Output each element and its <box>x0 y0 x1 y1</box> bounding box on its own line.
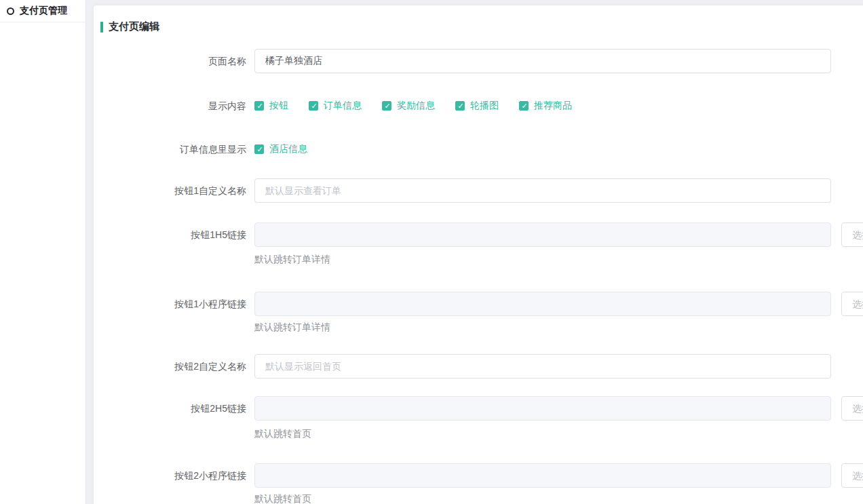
sidebar-item-payment-page-management[interactable]: 支付页管理 <box>0 0 85 22</box>
checked-checkbox-icon <box>254 101 264 111</box>
form-row-button1-miniprogram-link: 按钮1小程序链接 <box>94 292 831 316</box>
button1-custom-name-input[interactable] <box>254 178 831 203</box>
form-row-button2-miniprogram-link: 按钮2小程序链接 <box>94 463 831 488</box>
form-row-display-content: 显示内容 按钮 订单信息 奖励信息 轮播图 <box>94 100 592 112</box>
form-row-button1-custom-name: 按钮1自定义名称 <box>94 178 831 203</box>
checkbox-label: 订单信息 <box>324 100 362 112</box>
field-label: 订单信息里显示 <box>94 143 246 155</box>
button2-h5-link-helper-text: 默认跳转首页 <box>254 428 311 440</box>
field-label: 页面名称 <box>94 49 246 73</box>
checkbox-carousel[interactable]: 轮播图 <box>455 100 499 112</box>
payment-page-edit-card: 支付页编辑 页面名称 显示内容 按钮 订单信息 <box>94 5 863 504</box>
field-label: 按钮1H5链接 <box>94 222 246 247</box>
order-info-checkbox-group: 酒店信息 <box>254 143 328 155</box>
button1-miniprogram-link-input[interactable] <box>254 292 831 316</box>
circle-icon <box>7 7 14 15</box>
button1-miniprogram-link-helper-text: 默认跳转订单详情 <box>254 322 330 334</box>
checkbox-label: 轮播图 <box>470 100 499 112</box>
form-row-button2-h5-link: 按钮2H5链接 <box>94 396 831 421</box>
field-label: 按钮2H5链接 <box>94 396 246 421</box>
form-row-button1-h5-link: 按钮1H5链接 <box>94 222 831 247</box>
checked-checkbox-icon <box>309 101 318 111</box>
button2-h5-link-select-button[interactable]: 选择 <box>841 396 863 421</box>
page-name-input[interactable] <box>254 49 831 73</box>
button2-custom-name-input[interactable] <box>254 354 831 379</box>
checkbox-label: 推荐商品 <box>534 100 572 112</box>
checked-checkbox-icon <box>519 101 529 111</box>
checkbox-label: 酒店信息 <box>269 143 307 155</box>
button2-miniprogram-link-helper-text: 默认跳转首页 <box>254 493 311 504</box>
checkbox-hotel-info[interactable]: 酒店信息 <box>254 143 307 155</box>
section-title: 支付页编辑 <box>109 20 159 33</box>
checkbox-recommended-products[interactable]: 推荐商品 <box>519 100 572 112</box>
field-label: 按钮1自定义名称 <box>94 178 246 203</box>
app-viewport: 支付页管理 支付页编辑 页面名称 显示内容 按钮 <box>0 0 863 504</box>
checked-checkbox-icon <box>254 144 264 154</box>
sidebar-item-label: 支付页管理 <box>20 5 67 17</box>
checkbox-button[interactable]: 按钮 <box>254 100 288 112</box>
checkbox-label: 按钮 <box>269 100 288 112</box>
checkbox-order-info[interactable]: 订单信息 <box>309 100 362 112</box>
button1-h5-link-select-button[interactable]: 选择 <box>841 222 863 247</box>
checkbox-reward-info[interactable]: 奖励信息 <box>382 100 435 112</box>
checked-checkbox-icon <box>382 101 391 111</box>
button1-h5-link-input[interactable] <box>254 222 831 247</box>
display-content-checkbox-group: 按钮 订单信息 奖励信息 轮播图 推荐商品 <box>254 100 592 112</box>
field-label: 按钮2自定义名称 <box>94 354 246 379</box>
checkbox-label: 奖励信息 <box>397 100 435 112</box>
button2-miniprogram-link-select-button[interactable]: 选择 <box>841 463 863 488</box>
sidebar: 支付页管理 <box>0 0 86 504</box>
form-row-page-name: 页面名称 <box>94 49 831 73</box>
button2-h5-link-input[interactable] <box>254 396 831 421</box>
form-row-button2-custom-name: 按钮2自定义名称 <box>94 354 831 379</box>
section-header: 支付页编辑 <box>100 20 159 33</box>
field-label: 按钮1小程序链接 <box>94 292 246 316</box>
button2-miniprogram-link-input[interactable] <box>254 463 831 488</box>
title-accent-bar <box>100 22 103 33</box>
form-row-order-info-display: 订单信息里显示 酒店信息 <box>94 143 328 155</box>
checked-checkbox-icon <box>455 101 465 111</box>
field-label: 按钮2小程序链接 <box>94 463 246 488</box>
button1-h5-link-helper-text: 默认跳转订单详情 <box>254 254 330 266</box>
button1-miniprogram-link-select-button[interactable]: 选择 <box>841 292 863 316</box>
field-label: 显示内容 <box>94 100 246 112</box>
